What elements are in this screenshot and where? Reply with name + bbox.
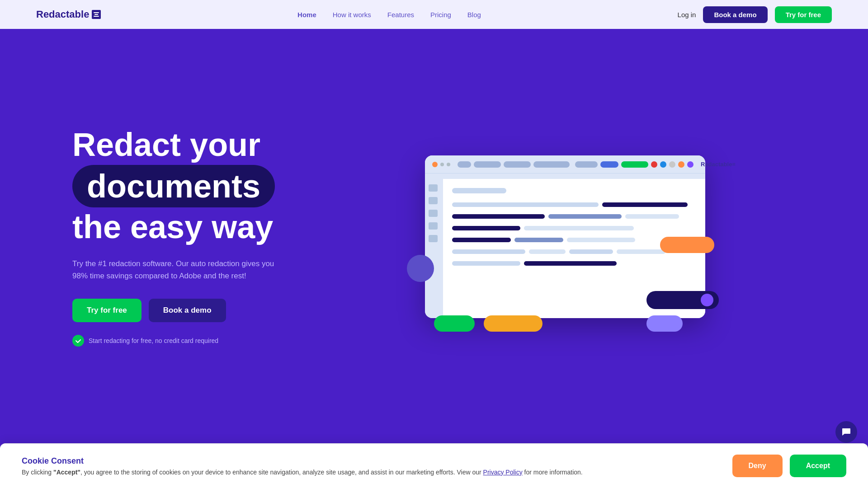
float-yellow-pill: [484, 315, 542, 332]
login-button[interactable]: Log in: [678, 11, 696, 19]
hero-section: Redact your documents the easy way Try t…: [0, 29, 868, 436]
cookie-body-suffix: , you agree to the storing of cookies on…: [80, 469, 483, 476]
sidebar-item-3: [429, 210, 438, 217]
toolbar-pill-3: [533, 161, 570, 168]
nav-actions: Log in Book a demo Try for free: [678, 6, 832, 23]
float-purple-pill: [646, 315, 683, 332]
doc-line-2: [452, 214, 696, 222]
color-dot-orange: [678, 161, 684, 168]
line-redacted-2: [452, 214, 545, 219]
float-green-pill: [434, 315, 475, 332]
nav-features[interactable]: Features: [387, 11, 414, 19]
mockup-logo: Redactable≡: [701, 161, 736, 168]
cookie-accept-word: "Accept": [53, 469, 80, 476]
check-icon: [72, 335, 84, 347]
mockup-dots: [432, 162, 450, 167]
line-gray-3: [569, 249, 613, 254]
logo-text: Redactable: [36, 9, 89, 20]
sidebar-item-1: [429, 184, 438, 192]
cookie-text: Cookie Consent By clicking "Accept", you…: [22, 456, 718, 476]
line-redacted-4: [452, 238, 511, 242]
cookie-actions: Deny Accept: [732, 455, 846, 477]
dot-orange: [432, 162, 438, 167]
mockup-topbar: Redactable≡: [425, 155, 705, 174]
line-med-2: [514, 238, 563, 242]
hero-subtitle: Try the #1 redaction software. Our auto …: [72, 258, 280, 282]
hero-title-line2: the easy way: [72, 209, 273, 245]
book-demo-nav-button[interactable]: Book a demo: [703, 6, 767, 23]
doc-line-1: [452, 202, 696, 211]
logo-icon: [92, 10, 101, 19]
book-demo-hero-button[interactable]: Book a demo: [149, 299, 226, 322]
cookie-accept-button[interactable]: Accept: [790, 455, 846, 477]
hero-note: Start redacting for free, no credit card…: [72, 335, 335, 347]
toolbar-pill-blue: [600, 161, 618, 168]
sidebar-item-5: [429, 235, 438, 242]
dot-sm-1: [440, 163, 444, 166]
doc-line-6: [452, 261, 696, 269]
toolbar-pill-1: [458, 161, 471, 168]
sidebar-item-2: [429, 197, 438, 204]
logo[interactable]: Redactable: [36, 9, 101, 20]
float-dark-pill: [646, 291, 719, 309]
mockup-sidebar: [425, 179, 441, 318]
cookie-body-prefix: By clicking: [22, 469, 53, 476]
try-free-hero-button[interactable]: Try for free: [72, 299, 142, 322]
color-dot-red: [651, 161, 657, 168]
try-free-nav-button[interactable]: Try for free: [775, 6, 832, 23]
hero-left: Redact your documents the easy way Try t…: [72, 127, 335, 346]
cookie-banner: Cookie Consent By clicking "Accept", you…: [0, 443, 868, 488]
hero-buttons: Try for free Book a demo: [72, 299, 335, 322]
doc-line-5: [452, 249, 696, 258]
color-dot-blue: [660, 161, 666, 168]
hero-right: Redactable≡: [335, 155, 796, 318]
doc-line-3: [452, 226, 696, 234]
privacy-policy-link[interactable]: Privacy Policy: [483, 469, 523, 476]
float-dark-knob: [701, 294, 713, 306]
toolbar-pill-2: [504, 161, 531, 168]
nav-how-it-works[interactable]: How it works: [333, 11, 371, 19]
nav-pricing[interactable]: Pricing: [430, 11, 451, 19]
cookie-body-end: for more information.: [523, 469, 583, 476]
line-light-4: [529, 249, 566, 254]
color-dot-teal: [687, 161, 693, 168]
toolbar-pill-green: [621, 161, 648, 168]
color-dot-gray: [669, 161, 675, 168]
nav-blog[interactable]: Blog: [467, 11, 481, 19]
line-light-1: [625, 214, 679, 219]
hero-title: Redact your documents the easy way: [72, 127, 335, 245]
line-gray-4: [452, 261, 520, 266]
dot-sm-2: [447, 163, 450, 166]
hero-title-highlight: documents: [72, 165, 275, 207]
line-redacted-1: [602, 202, 688, 207]
hero-note-text: Start redacting for free, no credit card…: [89, 337, 218, 344]
line-light-5: [617, 249, 665, 254]
navbar: Redactable Home How it works Features Pr…: [0, 0, 868, 29]
cookie-body: By clicking "Accept", you agree to the s…: [22, 469, 718, 476]
nav-links: Home How it works Features Pricing Blog: [297, 11, 481, 19]
line-gray-2: [452, 249, 525, 254]
chat-bubble-button[interactable]: [835, 421, 857, 443]
sidebar-item-4: [429, 222, 438, 230]
nav-home[interactable]: Home: [297, 11, 316, 19]
doc-title-bar: [452, 188, 506, 193]
toolbar-pill-4: [575, 161, 598, 168]
app-mockup: Redactable≡: [425, 155, 705, 318]
line-light-2: [524, 226, 634, 230]
doc-line-4: [452, 238, 696, 246]
float-circle-blue: [407, 255, 434, 282]
toolbar-address-bar: [474, 161, 501, 168]
line-redacted-3: [452, 226, 520, 230]
hero-title-line1: Redact your: [72, 127, 260, 163]
line-redacted-5: [524, 261, 617, 266]
cookie-title: Cookie Consent: [22, 456, 718, 466]
line-gray-1: [452, 202, 599, 207]
float-orange-pill: [660, 237, 714, 253]
line-light-3: [567, 238, 635, 242]
line-med-1: [548, 214, 622, 219]
cookie-deny-button[interactable]: Deny: [732, 455, 783, 477]
